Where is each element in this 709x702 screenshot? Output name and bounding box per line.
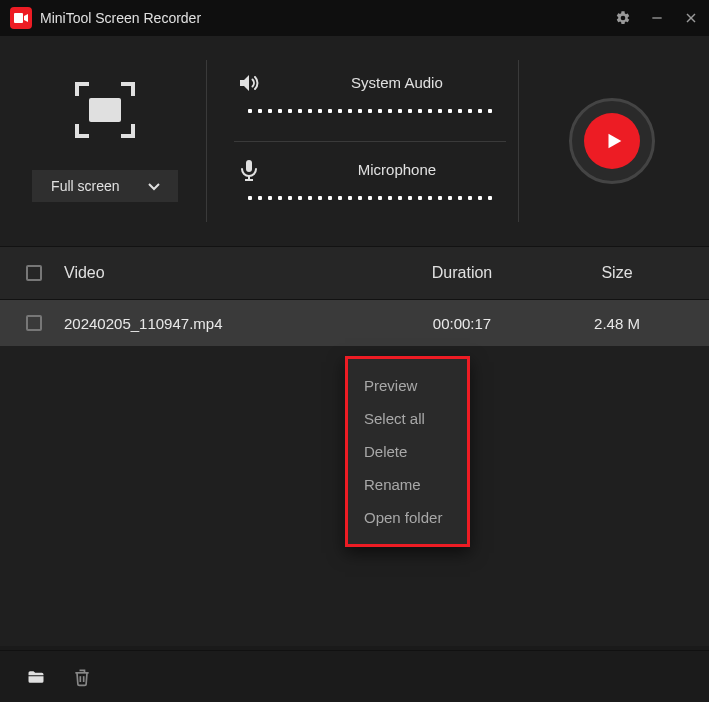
row-checkbox[interactable]: [26, 315, 42, 331]
context-preview[interactable]: Preview: [348, 369, 467, 402]
divider: [206, 60, 207, 222]
system-audio-label: System Audio: [286, 74, 509, 91]
svg-rect-0: [14, 13, 23, 23]
microphone-label: Microphone: [286, 161, 509, 178]
minimize-button[interactable]: [649, 10, 665, 26]
row-size: 2.48 M: [547, 315, 687, 332]
controls-panel: Full screen System Audio Microphone: [0, 36, 709, 246]
play-icon: [584, 113, 640, 169]
column-header-duration[interactable]: Duration: [377, 264, 547, 282]
capture-mode-select[interactable]: Full screen: [32, 170, 178, 202]
system-audio-level: [226, 105, 515, 125]
recordings-table-header: Video Duration Size: [0, 246, 709, 300]
row-filename: 20240205_110947.mp4: [64, 315, 377, 332]
context-open-folder[interactable]: Open folder: [348, 501, 467, 534]
row-duration: 00:00:17: [377, 315, 547, 332]
close-button[interactable]: [683, 10, 699, 26]
context-delete[interactable]: Delete: [348, 435, 467, 468]
chevron-down-icon: [148, 178, 160, 194]
microphone-toggle[interactable]: Microphone: [226, 158, 515, 182]
context-menu: Preview Select all Delete Rename Open fo…: [345, 356, 470, 547]
divider: [518, 60, 519, 222]
column-header-video[interactable]: Video: [64, 264, 377, 282]
context-rename[interactable]: Rename: [348, 468, 467, 501]
speaker-icon: [232, 71, 266, 95]
capture-mode-label: Full screen: [51, 178, 119, 194]
titlebar: MiniTool Screen Recorder: [0, 0, 709, 36]
select-all-checkbox[interactable]: [26, 265, 42, 281]
svg-rect-4: [89, 98, 121, 122]
app-logo-icon: [10, 7, 32, 29]
settings-button[interactable]: [615, 10, 631, 26]
microphone-level: [226, 192, 515, 212]
app-title: MiniTool Screen Recorder: [40, 10, 607, 26]
record-button[interactable]: [569, 98, 655, 184]
context-select-all[interactable]: Select all: [348, 402, 467, 435]
system-audio-toggle[interactable]: System Audio: [226, 71, 515, 95]
table-row[interactable]: 20240205_110947.mp4 00:00:17 2.48 M: [0, 300, 709, 346]
region-select-button[interactable]: [69, 80, 141, 140]
column-header-size[interactable]: Size: [547, 264, 687, 282]
microphone-icon: [232, 158, 266, 182]
delete-button[interactable]: [72, 667, 92, 687]
open-folder-button[interactable]: [26, 667, 46, 687]
divider: [234, 141, 507, 142]
bottom-toolbar: [0, 650, 709, 702]
